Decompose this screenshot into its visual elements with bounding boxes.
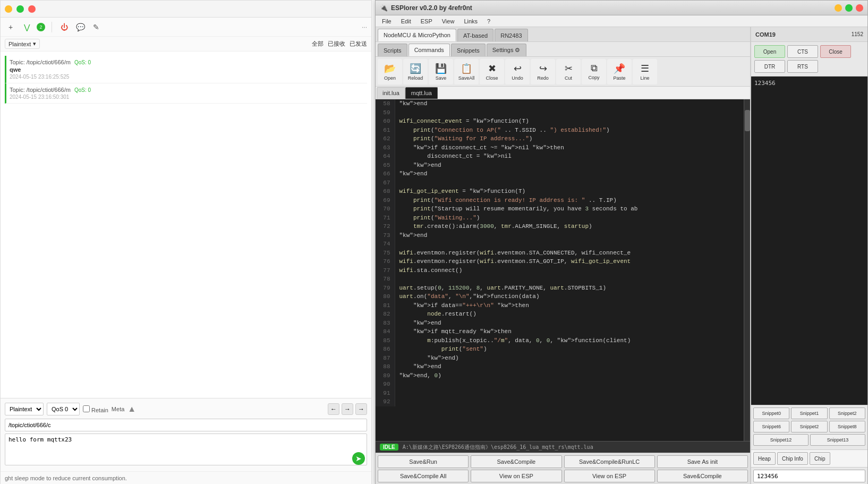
scrollbar-thumb[interactable]: [745, 110, 750, 131]
code-content: "kw">end: [395, 169, 750, 179]
tab-all[interactable]: 全部: [312, 40, 324, 48]
snippet-area: Snippet0 Snippet1 Snippet2 Snippet6 Snip…: [751, 405, 867, 449]
tab-scripts[interactable]: Scripts: [378, 44, 407, 56]
code-content: wifi_connect_event = "kw">function(T): [395, 117, 750, 126]
save-compile-button[interactable]: Save&Compile: [471, 455, 561, 468]
snippet12-button[interactable]: Snippet12: [753, 434, 809, 446]
open-button[interactable]: 📂 Open: [378, 59, 402, 84]
line-number: 83: [376, 319, 395, 328]
snippet2b-button[interactable]: Snippet2: [791, 421, 827, 432]
serial-input[interactable]: [753, 470, 865, 482]
menu-esp[interactable]: ESP: [416, 17, 437, 26]
undo-button[interactable]: ↩ Undo: [505, 59, 530, 84]
tab-received[interactable]: 已接收: [328, 40, 345, 48]
line-number: 59: [376, 108, 395, 117]
chat-icon[interactable]: 💬: [74, 21, 86, 33]
menu-edit[interactable]: Edit: [397, 17, 415, 26]
saveall-button[interactable]: 📋 SaveAll: [454, 59, 479, 84]
view-on-esp-button2[interactable]: View on ESP: [564, 470, 655, 482]
save-button[interactable]: 💾 Save: [429, 59, 453, 84]
code-content: "kw">if mqtt_ready "kw">then: [395, 327, 750, 336]
cut-button[interactable]: ✂ Cut: [556, 59, 581, 84]
minimize-button[interactable]: [5, 5, 12, 13]
menu-help[interactable]: ?: [483, 17, 495, 26]
save-compile-button2[interactable]: Save&Compile: [657, 470, 748, 482]
close-window-button[interactable]: [28, 5, 36, 13]
retain-checkbox[interactable]: [83, 405, 90, 412]
line-number: 84: [376, 327, 395, 336]
code-editor[interactable]: 58 "kw">end 59 60 wifi_connect_event = "…: [376, 99, 750, 441]
menu-file[interactable]: File: [378, 17, 396, 26]
topic-input[interactable]: [5, 419, 367, 431]
open-com-button[interactable]: Open: [754, 45, 785, 58]
copy-button[interactable]: ⧉ Copy: [582, 59, 606, 84]
add-icon[interactable]: +: [5, 21, 16, 33]
paste-button[interactable]: 📌 Paste: [607, 59, 632, 84]
tab-mqtt-lua[interactable]: mqtt.lua: [405, 87, 438, 99]
line-number: 88: [376, 362, 395, 371]
code-content: "kw">end: [395, 99, 750, 108]
tab-snippets[interactable]: Snippets: [451, 44, 486, 56]
qos-select[interactable]: QoS 0: [47, 403, 80, 415]
edit-icon[interactable]: ✎: [90, 21, 102, 33]
snippet8-button[interactable]: Snippet8: [829, 421, 865, 432]
dtr-button[interactable]: DTR: [754, 60, 785, 73]
close-com-button[interactable]: Close: [820, 45, 851, 58]
maximize-btn[interactable]: [845, 4, 853, 12]
chip-info-button[interactable]: Chip Info: [777, 452, 808, 465]
tab-nodemcu[interactable]: NodeMCU & MicroPython: [378, 29, 456, 41]
table-row: 86 print("sent"): [376, 345, 750, 354]
code-content: print("Waiting..."): [395, 214, 750, 223]
message-time: 2024-05-15 23:16:25:525: [10, 74, 363, 80]
rts-button[interactable]: RTS: [787, 60, 818, 73]
line-number: 65: [376, 161, 395, 170]
save-run-button[interactable]: Save&Run: [378, 455, 469, 468]
menu-view[interactable]: View: [438, 17, 459, 26]
expand-meta-icon[interactable]: ▲: [127, 404, 136, 414]
redo-button[interactable]: ↪ Redo: [531, 59, 555, 84]
view-on-esp-button1[interactable]: View on ESP: [471, 470, 561, 482]
send-button[interactable]: ➤: [352, 452, 365, 465]
reload-button[interactable]: 🔄 Reload: [403, 59, 428, 84]
tab-init-lua[interactable]: init.lua: [377, 87, 405, 99]
vertical-scrollbar[interactable]: [744, 99, 750, 441]
minimize-btn[interactable]: [835, 4, 842, 12]
cut-icon: ✂: [565, 63, 573, 74]
code-content: print("Startup will resume momentarily, …: [395, 205, 750, 214]
maximize-button[interactable]: [16, 5, 24, 13]
line-number: 77: [376, 266, 395, 275]
tab-sent[interactable]: 已发送: [350, 40, 367, 48]
tab-rn2483[interactable]: RN2483: [495, 29, 527, 41]
expand-icon[interactable]: ⋁: [21, 21, 32, 33]
snippet0-button[interactable]: Snippet0: [753, 407, 789, 419]
message-body-input[interactable]: hello form mqttx23: [5, 434, 367, 465]
tab-settings[interactable]: Settings ⚙: [487, 44, 526, 56]
tab-commands[interactable]: Commands: [409, 44, 450, 56]
list-item[interactable]: Topic: /topic/ctiot/666/m QoS: 0 2024-05…: [5, 83, 367, 104]
save-compile-all-button[interactable]: Save&Compile All: [378, 470, 469, 482]
chip-button[interactable]: Chip: [810, 452, 830, 465]
close-file-button[interactable]: ✖ Close: [480, 59, 504, 84]
next-arrow[interactable]: →: [342, 403, 353, 415]
format-selector[interactable]: Plaintext ▾: [5, 39, 40, 49]
save-compile-runlc-button[interactable]: Save&Compile&RunLC: [564, 455, 655, 468]
tab-atbased[interactable]: AT-based: [457, 29, 493, 41]
heap-button[interactable]: Heap: [753, 452, 776, 465]
snippet2-button[interactable]: Snippet2: [829, 407, 865, 419]
more-options-icon[interactable]: ···: [362, 23, 367, 31]
table-row: 58 "kw">end: [376, 99, 750, 108]
save-as-init-button[interactable]: Save As init: [657, 455, 748, 468]
cts-button[interactable]: CTS: [787, 45, 818, 58]
line-button[interactable]: ☰ Line: [633, 59, 657, 84]
power-icon[interactable]: ⏻: [58, 21, 70, 33]
menu-links[interactable]: Links: [459, 17, 482, 26]
left-toolbar: + ⋁ 2 ⏻ 💬 ✎ ···: [1, 18, 371, 37]
prev-arrow[interactable]: ←: [328, 403, 339, 415]
right-arrow[interactable]: →: [355, 403, 367, 415]
close-btn[interactable]: [856, 4, 863, 12]
list-item[interactable]: COM19 Topic: /topic/ctiot/666/m QoS: 0 q…: [5, 56, 367, 83]
snippet13-button[interactable]: Snippet13: [810, 434, 865, 446]
snippet1-button[interactable]: Snippet1: [791, 407, 827, 419]
format-select[interactable]: Plaintext: [5, 403, 44, 415]
snippet6-button[interactable]: Snippet6: [753, 421, 789, 432]
